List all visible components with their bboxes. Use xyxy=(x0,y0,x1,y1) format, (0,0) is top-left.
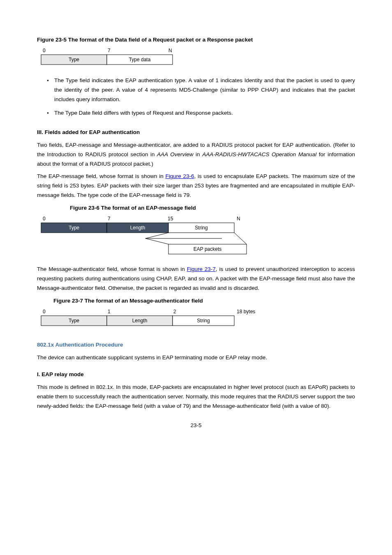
bullet-list: The Type field indicates the EAP authent… xyxy=(37,76,355,118)
fig5-caption: Figure 23-5 The format of the Data field… xyxy=(37,35,355,45)
fig6-axis-15: 15 xyxy=(168,216,173,222)
bullet-1: The Type field indicates the EAP authent… xyxy=(47,76,355,104)
fig7-diagram: 0 1 2 18 bytes Type Length String xyxy=(37,308,355,329)
fig7-axis-1: 1 xyxy=(108,309,111,314)
para-radius-1c: in xyxy=(194,151,203,157)
fig5-diagram: 0 7 N Type Type data xyxy=(37,47,355,68)
para-eap-relay: This mode is defined in 802.1x. In this … xyxy=(37,383,355,411)
para-eapmsg: The EAP-message field, whose format is s… xyxy=(37,172,355,200)
fig5-data-label: Type data xyxy=(129,57,151,62)
para-msgauth-a: The Message-authenticator field, whose f… xyxy=(37,266,187,272)
fig7-length-label: Length xyxy=(132,318,148,324)
fig6-caption-text: The format of an EAP-message field xyxy=(99,205,196,211)
fig5-axis-n: N xyxy=(168,48,172,53)
fig6-line-4 xyxy=(234,233,247,244)
fig5-axis-0: 0 xyxy=(43,48,46,53)
fig6-eap-label: EAP packets xyxy=(194,246,221,252)
fig5-caption-prefix: Figure 23-5 xyxy=(37,37,67,43)
fig6-caption: Figure 23-6 The format of an EAP-message… xyxy=(37,204,355,213)
para-eapmsg-a: The EAP-message field, whose format is s… xyxy=(37,173,165,179)
fig6-axis-0: 0 xyxy=(43,216,46,222)
fig7-caption: Figure 23-7 The format of an Message-aut… xyxy=(37,296,355,306)
fig7-axis-2: 2 xyxy=(173,309,176,314)
fig6-diagram: 0 7 15 N Type Length String EAP packets xyxy=(37,215,355,257)
para-radius-1b: AAA Overview xyxy=(157,151,193,157)
fig7-caption-text: The format of an Message-authenticator f… xyxy=(83,298,203,304)
para-radius-intro: Two fields, EAP-message and Message-auth… xyxy=(37,141,355,169)
fig6-type-label: Type xyxy=(69,225,79,231)
link-figure-23-7[interactable]: Figure 23-7 xyxy=(187,266,216,272)
fig7-caption-prefix: Figure 23-7 xyxy=(53,298,83,304)
fig5-axis-7: 7 xyxy=(108,48,111,53)
fig6-caption-prefix: Figure 23-6 xyxy=(70,205,99,211)
page-number: 23-5 xyxy=(37,421,355,430)
bullet-2: The Type Date field differs with types o… xyxy=(47,109,355,118)
heading-auth-procedure: 802.1x Authentication Procedure xyxy=(37,340,355,350)
para-msgauth: The Message-authenticator field, whose f… xyxy=(37,265,355,293)
fig7-string-label: String xyxy=(197,318,210,324)
fig6-line-1 xyxy=(145,233,168,238)
para-radius-1d: AAA-RADIUS-HWTACACS Operation Manual xyxy=(202,151,316,157)
heading-radius-fields: III. Fields added for EAP authentication xyxy=(37,128,355,137)
fig7-type-label: Type xyxy=(69,318,79,324)
fig6-line-2 xyxy=(145,238,168,244)
fig7-axis-0: 0 xyxy=(43,309,46,314)
link-figure-23-6[interactable]: Figure 23-6 xyxy=(165,173,194,179)
fig6-length-label: Length xyxy=(130,225,145,231)
fig6-axis-n: N xyxy=(237,216,240,222)
heading-eap-relay: I. EAP relay mode xyxy=(37,370,355,379)
para-auth-intro: The device can authenticate supplicant s… xyxy=(37,353,355,363)
fig6-string-label: String xyxy=(195,225,208,231)
fig5-type-label: Type xyxy=(69,57,79,62)
fig7-axis-18: 18 bytes xyxy=(237,309,255,314)
fig6-axis-7: 7 xyxy=(108,216,111,222)
fig5-caption-text: The format of the Data field of a Reques… xyxy=(67,37,253,43)
